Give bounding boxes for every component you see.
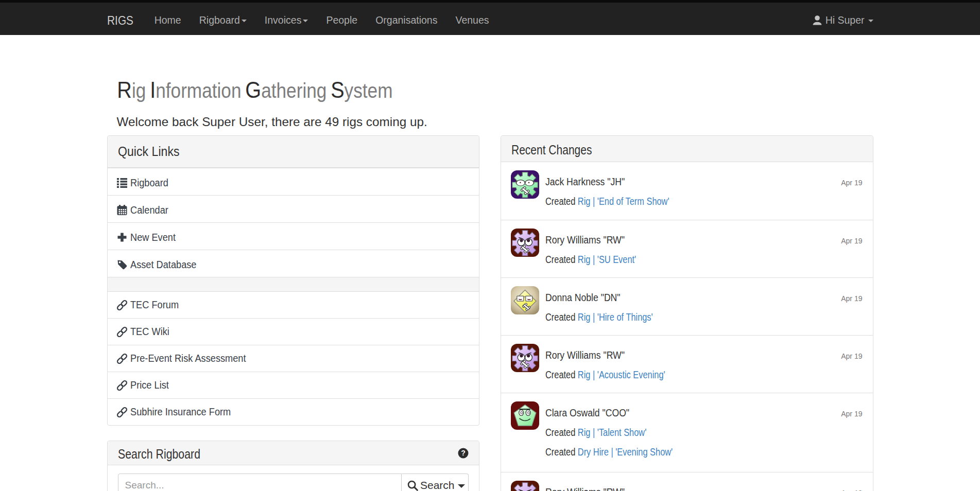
- svg-text:?: ?: [461, 449, 466, 457]
